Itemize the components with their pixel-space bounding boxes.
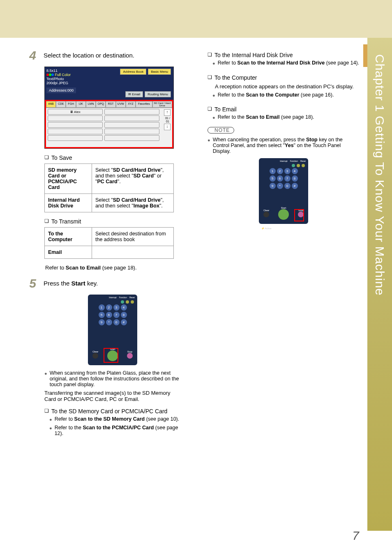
step-5-body: InterruptFunctionReset 1 2 3 4 5 6 7 8 9 bbox=[44, 295, 181, 436]
screenshot-header: 8.5x11 Full Color Text/Photo 200dpi JPEG… bbox=[45, 67, 173, 100]
key-7[interactable]: 7 bbox=[284, 175, 291, 182]
list-slot[interactable] bbox=[104, 129, 159, 134]
sd-ref-1: ● Refer to Scan to the SD Memory Card (s… bbox=[49, 416, 181, 423]
key-6[interactable]: 6 bbox=[106, 312, 112, 318]
scroll-down-icon[interactable]: ↓ bbox=[164, 124, 171, 130]
box-icon: ❏ bbox=[208, 106, 212, 113]
key-0[interactable]: 0 bbox=[284, 183, 291, 189]
sd-ref-1-text: Refer to Scan to the SD Memory Card (see… bbox=[55, 416, 181, 423]
entry-alex[interactable]: 🖥 Alex bbox=[48, 109, 103, 115]
tab-favorites[interactable]: Favorites bbox=[136, 101, 152, 108]
key-8[interactable]: 8 bbox=[121, 312, 127, 318]
right-column: ❏ To the Internal Hard Disk Drive ● Refe… bbox=[203, 49, 360, 438]
save-table: SD memory Card or PCMCIA/PC Card Select … bbox=[44, 164, 174, 212]
to-save-heading: ❏ To Save bbox=[44, 154, 181, 161]
basic-menu-button[interactable]: Basic Menu bbox=[148, 69, 171, 75]
box-icon: ❏ bbox=[44, 154, 49, 161]
key-2[interactable]: 2 bbox=[277, 168, 283, 174]
led-icon bbox=[292, 164, 295, 167]
clear-button[interactable] bbox=[92, 353, 98, 359]
list-slot[interactable] bbox=[48, 135, 103, 141]
routing-menu-button[interactable]: Routing Menu bbox=[145, 91, 171, 97]
tab-xyz[interactable]: XYZ bbox=[126, 101, 136, 108]
list-slot[interactable] bbox=[48, 115, 103, 121]
to-email-heading: ❏ To Email bbox=[208, 106, 360, 113]
led-icon bbox=[302, 164, 305, 167]
addresses-count: Addresses:000 bbox=[46, 88, 76, 93]
step-5-text: Press the Start key. bbox=[44, 277, 98, 287]
tab-ijk[interactable]: IJK bbox=[76, 101, 86, 108]
step5-bullet-text: When scanning from the Platen Glass, pla… bbox=[50, 370, 181, 387]
key-hash[interactable]: # bbox=[292, 183, 298, 189]
led-icon bbox=[126, 300, 129, 304]
hd-ref: ● Refer to Scan to the Internal Hard Dis… bbox=[212, 60, 360, 67]
key-2[interactable]: 2 bbox=[106, 304, 112, 311]
bullet-icon: ● bbox=[212, 60, 215, 67]
transmit-comp-label: To the Computer bbox=[45, 228, 92, 246]
start-button[interactable] bbox=[278, 209, 289, 220]
page-indicator: 01 / 01 bbox=[164, 116, 171, 124]
to-save-label: To Save bbox=[51, 154, 72, 161]
clear-button[interactable] bbox=[263, 212, 269, 217]
stop-button[interactable] bbox=[127, 353, 133, 359]
key-3[interactable]: 3 bbox=[113, 304, 120, 311]
key-star[interactable]: * bbox=[106, 319, 112, 325]
list-slot[interactable] bbox=[48, 129, 103, 134]
scroll-arrows: ↑ 01 / 01 ↓ bbox=[164, 109, 171, 130]
side-tab: Chapter 1 Getting To Know Your Machine bbox=[367, 38, 392, 531]
email-button[interactable]: ✉ Email bbox=[125, 91, 143, 97]
transmit-table: To the Computer Select desired destinati… bbox=[44, 227, 174, 259]
key-5[interactable]: 5 bbox=[99, 312, 105, 318]
led-icon bbox=[297, 164, 300, 167]
key-1[interactable]: 1 bbox=[270, 168, 276, 174]
step-5-row: 5 Press the Start key. bbox=[25, 277, 181, 290]
key-8[interactable]: 8 bbox=[292, 175, 298, 182]
save-sd-desc: Select "SD Card/Hard Drive", and then se… bbox=[92, 164, 174, 194]
tab-opq[interactable]: OPQ bbox=[96, 101, 106, 108]
list-slot[interactable] bbox=[104, 135, 159, 141]
list-slot[interactable] bbox=[104, 115, 159, 121]
step-4-number: 4 bbox=[25, 49, 36, 62]
step5-bullet: ● When scanning from the Platen Glass, p… bbox=[44, 370, 181, 387]
key-9[interactable]: 9 bbox=[270, 183, 276, 189]
list-slot[interactable] bbox=[104, 122, 159, 128]
list-slot[interactable] bbox=[48, 122, 103, 128]
address-book-button[interactable]: Address Book bbox=[120, 69, 146, 75]
email-ref: ● Refer to the Scan to Email (see page 1… bbox=[212, 114, 360, 121]
bullet-icon: ● bbox=[208, 137, 210, 154]
box-icon: ❏ bbox=[44, 218, 49, 225]
to-hd-label: To the Internal Hard Disk Drive bbox=[214, 52, 293, 58]
tab-fgh[interactable]: FGH bbox=[66, 101, 76, 108]
bullet-icon: ● bbox=[212, 114, 215, 121]
tab-sdcard[interactable]: SD Card / Hard Drive bbox=[152, 101, 173, 108]
entry-empty[interactable] bbox=[104, 109, 159, 115]
key-6[interactable]: 6 bbox=[277, 175, 283, 182]
key-4[interactable]: 4 bbox=[292, 168, 298, 174]
key-5[interactable]: 5 bbox=[270, 175, 276, 182]
tab-ab[interactable]: #AB bbox=[46, 101, 56, 108]
scan-mode: Text/Photo bbox=[46, 77, 172, 81]
key-3[interactable]: 3 bbox=[284, 168, 291, 174]
tab-rst[interactable]: RST bbox=[106, 101, 115, 108]
scan-to-email-ref: Refer to Scan to Email (see page 18). bbox=[45, 265, 181, 271]
sd-ref-2: ● Refer to the Scan to the PCMCIA/PC Car… bbox=[49, 425, 181, 436]
to-hd-heading: ❏ To the Internal Hard Disk Drive bbox=[208, 52, 360, 58]
touchscreen-screenshot: 8.5x11 Full Color Text/Photo 200dpi JPEG… bbox=[44, 67, 174, 149]
scroll-up-icon[interactable]: ↑ bbox=[164, 109, 171, 116]
key-4[interactable]: 4 bbox=[121, 304, 127, 311]
panel-top-labels: InterruptFunctionReset bbox=[109, 296, 135, 299]
active-label: ⚡ Active bbox=[261, 227, 272, 230]
tab-uvw[interactable]: UVW bbox=[116, 101, 126, 108]
tab-lmn[interactable]: LMN bbox=[86, 101, 96, 108]
save-hd-desc: Select "SD Card/Hard Drive", and then se… bbox=[92, 194, 174, 212]
numeric-keypad: 1 2 3 4 5 6 7 8 9 * 0 # bbox=[98, 304, 127, 325]
transmit-comp-desc: Select desired destination from the addr… bbox=[92, 228, 174, 246]
control-panel-image-start: InterruptFunctionReset 1 2 3 4 5 6 7 8 9 bbox=[88, 295, 137, 365]
key-1[interactable]: 1 bbox=[99, 304, 105, 311]
key-hash[interactable]: # bbox=[121, 319, 127, 325]
key-0[interactable]: 0 bbox=[113, 319, 120, 325]
key-7[interactable]: 7 bbox=[113, 312, 120, 318]
tab-cde[interactable]: CDE bbox=[56, 101, 66, 108]
key-star[interactable]: * bbox=[277, 183, 283, 189]
key-9[interactable]: 9 bbox=[99, 319, 105, 325]
